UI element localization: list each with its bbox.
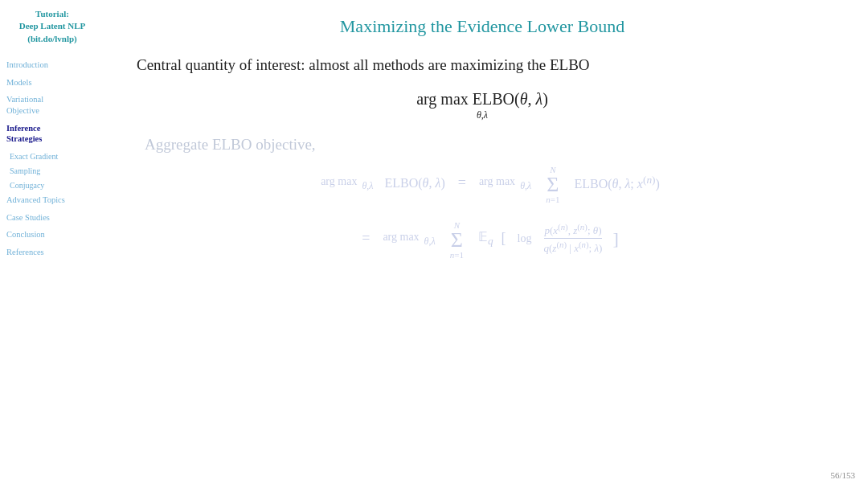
sidebar-item-references[interactable]: References	[6, 247, 98, 258]
argmax-elbo-block: arg max ELBO(θ, λ) θ,λ	[137, 90, 828, 121]
page-number: 56/153	[830, 470, 855, 480]
sidebar-item-introduction[interactable]: Introduction	[6, 59, 98, 71]
sidebar-item-models[interactable]: Models	[6, 77, 98, 88]
main-content: Maximizing the Evidence Lower Bound Cent…	[104, 0, 868, 488]
sidebar-item-case-studies[interactable]: Case Studies	[6, 212, 98, 223]
central-text: Central quantity of interest: almost all…	[137, 56, 828, 74]
faded-line-2: = arg max θ,λ N Σ n=1 𝔼q [ log p(x(n), z…	[362, 217, 619, 260]
sidebar-item-variational-objective[interactable]: Variational Objective	[6, 94, 98, 116]
sidebar: Tutorial: Deep Latent NLP (bit.do/lvnlp)…	[0, 0, 104, 488]
slide-title: Maximizing the Evidence Lower Bound	[137, 16, 828, 37]
sidebar-item-conjugacy[interactable]: Conjugacy	[10, 180, 98, 191]
sidebar-item-conclusion[interactable]: Conclusion	[6, 229, 98, 240]
faded-math-block: arg max θ,λ ELBO(θ, λ) = arg max θ,λ N Σ…	[137, 162, 828, 260]
sidebar-item-inference-strategies[interactable]: Inference Strategies	[6, 123, 98, 145]
sidebar-item-exact-gradient[interactable]: Exact Gradient	[10, 151, 98, 162]
sidebar-title[interactable]: Tutorial: Deep Latent NLP (bit.do/lvnlp)	[6, 8, 98, 45]
aggregate-label: Aggregate ELBO objective,	[145, 136, 828, 154]
faded-line-1: arg max θ,λ ELBO(θ, λ) = arg max θ,λ N Σ…	[321, 162, 660, 204]
sidebar-item-sampling[interactable]: Sampling	[10, 166, 98, 176]
argmax-elbo-main: arg max ELBO(θ, λ)	[137, 90, 828, 109]
sidebar-item-advanced-topics[interactable]: Advanced Topics	[6, 195, 98, 206]
